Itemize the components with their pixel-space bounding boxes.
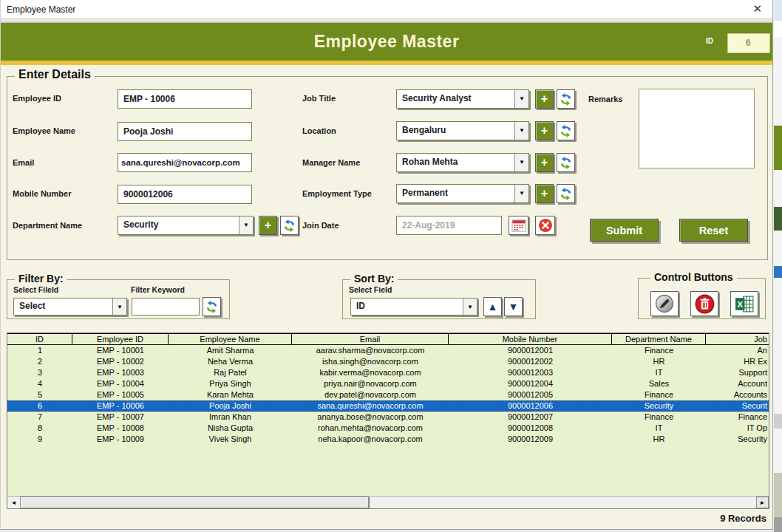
employment-type-dropdown[interactable]: Permanent ▼ (396, 184, 529, 203)
dropdown-arrow-icon[interactable]: ▼ (514, 185, 528, 202)
export-excel-button[interactable]: X (730, 291, 758, 316)
table-cell: 2 (7, 356, 72, 367)
sync-icon (283, 219, 296, 232)
table-cell: sana.qureshi@novacorp.com (292, 401, 449, 411)
record-count: 9 Records (720, 513, 766, 524)
table-cell: EMP - 10009 (72, 434, 169, 445)
apply-filter-button[interactable] (203, 297, 221, 316)
filter-keyword-input[interactable] (132, 298, 200, 316)
refresh-location-button[interactable] (557, 121, 575, 140)
table-cell: EMP - 10002 (72, 356, 169, 367)
add-manager-button[interactable]: + (535, 153, 554, 172)
refresh-manager-button[interactable] (557, 153, 575, 172)
table-row[interactable]: 1EMP - 10001Amit Sharmaaarav.sharma@nova… (7, 345, 769, 356)
column-header[interactable]: Employee Name (169, 334, 292, 344)
employee-name-input[interactable] (118, 122, 252, 141)
dropdown-arrow-icon[interactable]: ▼ (514, 154, 528, 171)
filter-field-value: Select (19, 301, 45, 311)
edit-button[interactable] (650, 291, 679, 316)
column-header[interactable]: Job (706, 334, 769, 344)
column-header[interactable]: Department Name (612, 334, 706, 344)
horizontal-scrollbar[interactable]: ◄ ► (7, 496, 769, 508)
table-cell: 9000012006 (449, 401, 612, 411)
table-cell: Security (612, 401, 706, 411)
table-header-row: IDEmployee IDEmployee NameEmailMobile Nu… (7, 333, 769, 345)
employee-name-label: Employee Name (13, 126, 75, 135)
table-cell: Pooja Joshi (169, 401, 292, 411)
table-row[interactable]: 3EMP - 10003Raj Patelkabir.verma@novacor… (7, 367, 769, 378)
table-cell: EMP - 10004 (72, 378, 169, 389)
location-dropdown[interactable]: Bengaluru ▼ (396, 121, 529, 140)
column-header[interactable]: Email (292, 334, 449, 344)
job-title-dropdown[interactable]: Security Analyst ▼ (396, 89, 529, 109)
remarks-textarea[interactable] (639, 89, 755, 168)
table-cell: EMP - 10003 (72, 367, 169, 378)
delete-button[interactable] (690, 291, 718, 316)
window-title: Employee Master (7, 4, 75, 15)
table-row[interactable]: 6EMP - 10006Pooja Joshisana.qureshi@nova… (7, 400, 769, 412)
clear-date-button[interactable] (535, 216, 555, 235)
close-icon[interactable]: ✕ (749, 2, 765, 16)
table-cell: neha.kapoor@novacorp.com (292, 434, 449, 445)
record-id-field: 6 (727, 33, 770, 53)
table-cell: Priya Singh (169, 378, 292, 389)
table-cell: HR Ex (706, 356, 769, 367)
table-cell: IT (612, 367, 706, 378)
dropdown-arrow-icon[interactable]: ▼ (514, 90, 528, 108)
dropdown-arrow-icon[interactable]: ▼ (239, 216, 253, 234)
table-cell: IT Op (706, 423, 769, 434)
email-input[interactable] (118, 153, 252, 172)
reset-button[interactable]: Reset (679, 219, 748, 242)
table-row[interactable]: 5EMP - 10005Karan Mehtadev.patel@novacor… (7, 389, 769, 400)
scroll-right-icon[interactable]: ► (756, 497, 769, 508)
sync-icon (560, 93, 572, 106)
mobile-number-input[interactable] (118, 185, 252, 204)
submit-button[interactable]: Submit (590, 219, 659, 242)
sort-ascending-button[interactable]: ▲ (483, 297, 502, 316)
control-buttons-legend: Control Buttons (650, 271, 737, 283)
table-cell: 8 (7, 423, 72, 434)
scroll-left-icon[interactable]: ◄ (7, 497, 20, 508)
table-cell: Karan Mehta (169, 389, 292, 400)
employment-type-value: Permanent (402, 188, 448, 198)
table-row[interactable]: 8EMP - 10008Nisha Guptarohan.mehta@novac… (7, 423, 769, 434)
column-header[interactable]: Mobile Number (449, 334, 612, 344)
filter-field-label: Select Fileld (13, 285, 58, 294)
table-cell: 9000012001 (449, 345, 612, 356)
table-cell: kabir.verma@novacorp.com (292, 367, 449, 378)
dropdown-arrow-icon[interactable]: ▼ (112, 299, 126, 315)
join-date-input[interactable] (396, 216, 502, 235)
add-employment-type-button[interactable]: + (535, 184, 554, 203)
add-location-button[interactable]: + (535, 121, 554, 140)
refresh-job-title-button[interactable] (557, 89, 575, 109)
manager-dropdown[interactable]: Rohan Mehta ▼ (396, 153, 529, 172)
table-cell: 9000012002 (449, 356, 612, 367)
refresh-department-button[interactable] (280, 216, 299, 235)
dropdown-arrow-icon[interactable]: ▼ (463, 299, 477, 315)
filter-field-dropdown[interactable]: Select ▼ (13, 298, 127, 316)
sort-descending-button[interactable]: ▼ (504, 297, 523, 316)
employee-master-window: Employee Master ✕ Employee Master ID 6 E… (0, 0, 773, 530)
employee-id-input[interactable] (118, 89, 252, 109)
column-header[interactable]: ID (7, 334, 72, 344)
department-value: Security (123, 219, 158, 230)
dropdown-arrow-icon[interactable]: ▼ (514, 122, 528, 140)
department-dropdown[interactable]: Security ▼ (118, 216, 254, 235)
table-row[interactable]: 4EMP - 10004Priya Singhpriya.nair@novaco… (7, 378, 769, 389)
table-row[interactable]: 9EMP - 10009Vivek Singhneha.kapoor@novac… (7, 434, 769, 445)
add-department-button[interactable]: + (259, 216, 277, 235)
add-job-title-button[interactable]: + (535, 89, 554, 109)
table-cell: Finance (706, 412, 769, 423)
refresh-employment-type-button[interactable] (557, 184, 575, 203)
table-row[interactable]: 7EMP - 10007Imran Khanananya.bose@novaco… (7, 412, 769, 423)
table-cell: isha.singh@novacorp.com (292, 356, 449, 367)
table-cell: Support (706, 367, 769, 378)
sort-field-value: ID (356, 301, 365, 311)
filter-by-legend: Filter By: (15, 273, 67, 284)
scrollbar-thumb[interactable] (20, 497, 369, 508)
table-row[interactable]: 2EMP - 10002Neha Vermaisha.singh@novacor… (7, 356, 769, 367)
column-header[interactable]: Employee ID (72, 334, 169, 344)
calendar-button[interactable] (509, 216, 528, 235)
sort-field-dropdown[interactable]: ID ▼ (350, 298, 477, 316)
background-window-strip (774, 0, 782, 532)
